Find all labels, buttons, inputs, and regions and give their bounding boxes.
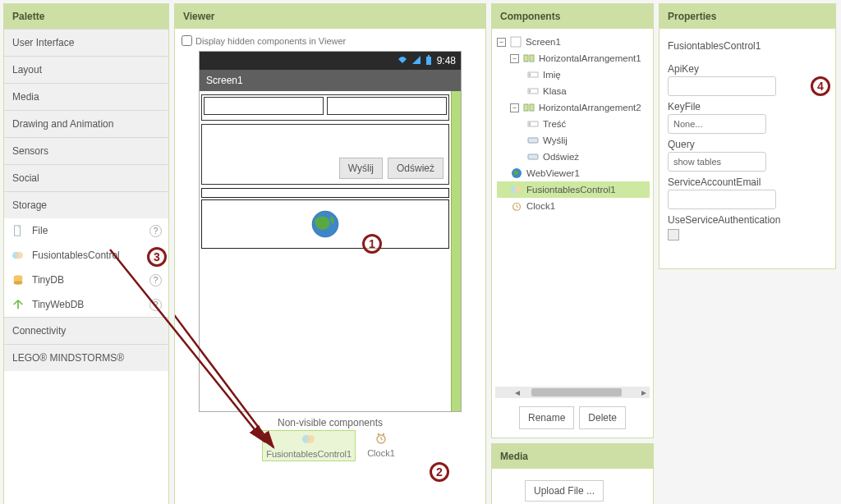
palette-cat-social[interactable]: Social xyxy=(4,164,168,191)
apikey-input[interactable] xyxy=(668,76,776,96)
textbox-imie[interactable] xyxy=(204,97,324,115)
signal-icon xyxy=(412,56,420,66)
fusion-icon xyxy=(301,433,316,447)
palette-cat-user-interface[interactable]: User Interface xyxy=(4,29,168,56)
svg-rect-24 xyxy=(530,104,534,111)
apikey-label: ApiKey xyxy=(668,63,827,75)
tree-node-ha1[interactable]: − HorizontalArrangement1 xyxy=(497,50,650,66)
svg-point-14 xyxy=(383,433,384,435)
delete-button[interactable]: Delete xyxy=(579,406,626,429)
textbox-icon xyxy=(526,85,540,98)
palette-item-file[interactable]: File ? xyxy=(4,218,168,243)
send-button[interactable]: Wyślij xyxy=(339,158,383,179)
viewer-header: Viewer xyxy=(175,4,485,29)
textbox-icon xyxy=(526,68,540,81)
scroll-right-icon[interactable]: ▸ xyxy=(638,387,650,398)
palette-item-fusiontables[interactable]: FusiontablesControl ? xyxy=(4,243,168,268)
layout-icon xyxy=(522,101,535,114)
phone-scrollbar[interactable] xyxy=(451,91,461,411)
svg-rect-7 xyxy=(428,55,430,57)
tree-node-klasa[interactable]: Klasa xyxy=(497,83,650,99)
nonvisible-clock[interactable]: Clock1 xyxy=(364,430,398,461)
help-icon[interactable]: ? xyxy=(149,274,162,286)
help-icon[interactable]: ? xyxy=(149,299,162,311)
query-input[interactable] xyxy=(668,152,766,172)
scrollbar-thumb[interactable] xyxy=(531,388,622,396)
sae-label: ServiceAccountEmail xyxy=(668,176,827,188)
horizontal-arrangement-2[interactable]: Wyślij Odśwież xyxy=(201,124,449,185)
palette-cat-lego[interactable]: LEGO® MINDSTORMS® xyxy=(4,344,168,371)
phone-titlebar: Screen1 xyxy=(200,70,461,91)
tree-node-fusiontables[interactable]: FusiontablesControl1 xyxy=(497,181,650,198)
layout-icon xyxy=(522,52,535,65)
tree-node-webviewer[interactable]: WebViewer1 xyxy=(497,165,650,181)
palette-item-label: File xyxy=(32,225,48,236)
help-icon[interactable]: ? xyxy=(149,250,162,262)
battery-icon xyxy=(425,55,432,66)
display-hidden-checkbox[interactable] xyxy=(182,35,192,46)
spacer xyxy=(201,188,449,198)
palette-cat-media[interactable]: Media xyxy=(4,83,168,110)
palette-panel: Palette User Interface Layout Media Draw… xyxy=(3,3,169,504)
svg-rect-17 xyxy=(524,55,528,62)
properties-header: Properties xyxy=(659,4,835,29)
components-scrollbar[interactable]: ◂ ▸ xyxy=(495,387,650,398)
svg-point-13 xyxy=(378,433,379,435)
tree-node-clock[interactable]: Clock1 xyxy=(497,198,650,214)
query-label: Query xyxy=(668,139,827,150)
collapse-icon[interactable]: − xyxy=(510,54,519,63)
nonvisible-label: Clock1 xyxy=(367,448,395,458)
collapse-icon[interactable]: − xyxy=(497,38,506,47)
components-tree: − Screen1 − HorizontalArrangement1 Imię … xyxy=(492,29,653,383)
media-header: Media xyxy=(492,444,653,469)
palette-cat-drawing[interactable]: Drawing and Animation xyxy=(4,110,168,137)
tree-node-odswiez[interactable]: Odśwież xyxy=(497,149,650,165)
tree-node-tresc[interactable]: Treść xyxy=(497,116,650,132)
palette-cat-connectivity[interactable]: Connectivity xyxy=(4,317,168,344)
sae-input[interactable] xyxy=(668,190,776,209)
keyfile-input[interactable] xyxy=(668,114,766,134)
tree-node-imie[interactable]: Imię xyxy=(497,66,650,83)
palette-item-tinywebdb[interactable]: TinyWebDB ? xyxy=(4,292,168,317)
palette-cat-layout[interactable]: Layout xyxy=(4,56,168,83)
clock-icon xyxy=(510,199,523,213)
svg-rect-6 xyxy=(426,57,431,65)
palette-cat-sensors[interactable]: Sensors xyxy=(4,137,168,164)
rename-button[interactable]: Rename xyxy=(519,406,574,429)
components-panel: Components − Screen1 − HorizontalArrange… xyxy=(491,3,654,438)
palette-item-tinydb[interactable]: TinyDB ? xyxy=(4,268,168,292)
svg-rect-16 xyxy=(511,37,521,47)
components-header: Components xyxy=(492,4,653,29)
svg-rect-18 xyxy=(530,55,534,62)
tree-node-wyslij[interactable]: Wyślij xyxy=(497,132,650,149)
wifi-icon xyxy=(398,56,407,66)
media-panel: Media Upload File ... xyxy=(491,443,654,504)
help-icon[interactable]: ? xyxy=(149,225,162,237)
scroll-left-icon[interactable]: ◂ xyxy=(512,387,523,398)
viewer-panel: Viewer Display hidden components in View… xyxy=(174,3,486,504)
nonvisible-fusiontables[interactable]: FusiontablesControl1 xyxy=(262,430,356,461)
file-icon xyxy=(11,223,25,238)
tree-node-ha2[interactable]: − HorizontalArrangement2 xyxy=(497,99,650,116)
button-icon xyxy=(526,150,540,163)
refresh-button[interactable]: Odśwież xyxy=(388,158,443,179)
display-hidden-toggle[interactable]: Display hidden components in Viewer xyxy=(182,32,479,51)
collapse-icon[interactable]: − xyxy=(510,103,519,112)
webviewer[interactable] xyxy=(201,199,449,249)
clock-icon xyxy=(374,432,388,447)
globe-icon xyxy=(310,209,340,239)
svg-point-11 xyxy=(306,435,315,443)
palette-header: Palette xyxy=(4,4,168,29)
svg-rect-28 xyxy=(528,154,538,159)
button-icon xyxy=(526,134,540,147)
horizontal-arrangement-1[interactable] xyxy=(201,94,449,121)
globe-icon xyxy=(510,167,523,180)
usa-checkbox[interactable] xyxy=(668,229,679,241)
tree-node-screen1[interactable]: − Screen1 xyxy=(497,34,650,50)
palette-cat-storage[interactable]: Storage xyxy=(4,191,168,218)
upload-file-button[interactable]: Upload File ... xyxy=(525,480,604,502)
svg-rect-27 xyxy=(528,138,538,143)
textbox-klasa[interactable] xyxy=(327,97,447,115)
svg-point-31 xyxy=(514,186,522,194)
palette-item-label: TinyWebDB xyxy=(32,299,84,310)
